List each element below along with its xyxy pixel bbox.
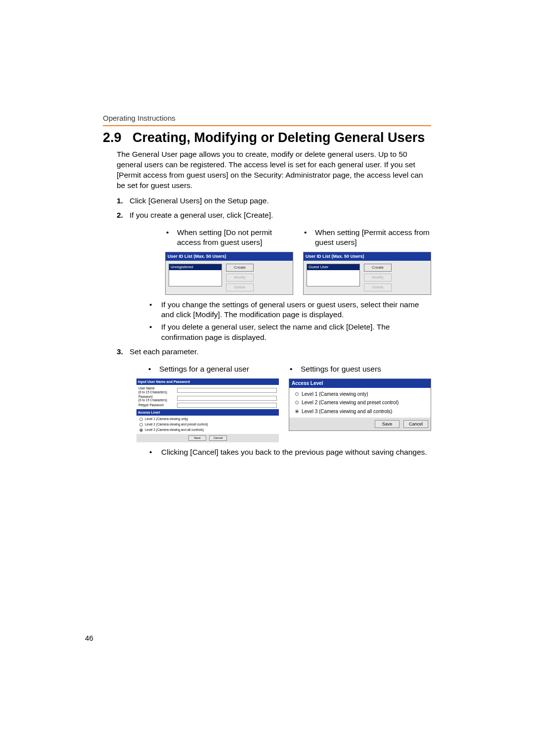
guest-access-panel: Access Level Level 1 (Camera viewing onl…	[289, 378, 431, 431]
note-delete: If you delete a general user, select the…	[149, 322, 431, 343]
create-button[interactable]: Create	[226, 264, 254, 272]
retype-label: Retype Password	[138, 403, 177, 407]
level2-radio[interactable]: Level 2 (Camera viewing and preset contr…	[136, 422, 279, 427]
level3-radio[interactable]: Level 3 (Camera viewing and all controls…	[136, 427, 279, 433]
password-label: Password(6 to 15 Characters)	[138, 395, 177, 402]
page-title: 2.9 Creating, Modifying or Deleting Gene…	[103, 130, 431, 145]
page-number: 46	[85, 634, 93, 642]
user-select-list[interactable]: Guest User	[307, 264, 360, 286]
password-input[interactable]	[177, 396, 277, 401]
save-button[interactable]: Save	[375, 420, 400, 428]
guest-level2-radio[interactable]: Level 2 (Camera viewing and preset contr…	[290, 398, 430, 407]
intro-paragraph: The General User page allows you to crea…	[117, 149, 431, 191]
cancel-button[interactable]: Cancel	[403, 420, 428, 428]
form-header-creds: Input User Name and Password	[136, 378, 279, 385]
username-label: User Name(6 to 15 Characters)	[138, 386, 177, 393]
divider	[103, 125, 431, 126]
running-header: Operating Instructions	[103, 114, 431, 122]
caption-guest-user: Settings for guest users	[289, 364, 431, 375]
step-2: 2.If you create a general user, click [C…	[117, 210, 431, 343]
cancel-button[interactable]: Cancel	[209, 435, 227, 441]
panel-header: User ID List (Max. 50 Users)	[166, 252, 293, 260]
caption-general-user: Settings for a general user	[147, 364, 279, 375]
access-header: Access Level	[289, 379, 431, 388]
guest-level1-radio[interactable]: Level 1 (Camera viewing only)	[290, 390, 430, 399]
general-user-form: Input User Name and Password User Name(6…	[136, 378, 279, 442]
save-button[interactable]: Save	[188, 435, 206, 441]
username-input[interactable]	[177, 388, 277, 393]
form-header-access: Access Level	[136, 409, 279, 416]
caption-guest: When setting [Permit access from guest u…	[303, 228, 431, 248]
panel-header: User ID List (Max. 50 Users)	[304, 252, 431, 260]
step-3: 3.Set each parameter. Settings for a gen…	[117, 347, 431, 458]
user-list-panel-right: User ID List (Max. 50 Users) Guest User …	[303, 252, 431, 294]
note-cancel: Clicking [Cancel] takes you back to the …	[149, 447, 431, 458]
modify-button: Modify	[226, 274, 254, 282]
create-button[interactable]: Create	[364, 264, 392, 272]
guest-level3-radio[interactable]: Level 3 (Camera viewing and all controls…	[290, 407, 430, 416]
user-list-panel-left: User ID List (Max. 50 Users) Unregistere…	[165, 252, 293, 294]
retype-password-input[interactable]	[177, 403, 277, 408]
delete-button: Delete	[364, 284, 392, 291]
note-modify: If you change the settings of general us…	[149, 300, 431, 321]
caption-no-guest: When setting [Do not permit access from …	[165, 228, 293, 248]
delete-button: Delete	[226, 284, 254, 291]
user-select-list[interactable]: Unregistered	[169, 264, 222, 286]
modify-button: Modify	[364, 274, 392, 282]
level1-radio[interactable]: Level 1 (Camera viewing only)	[136, 417, 279, 422]
step-1: 1.Click [General Users] on the Setup pag…	[117, 196, 431, 206]
